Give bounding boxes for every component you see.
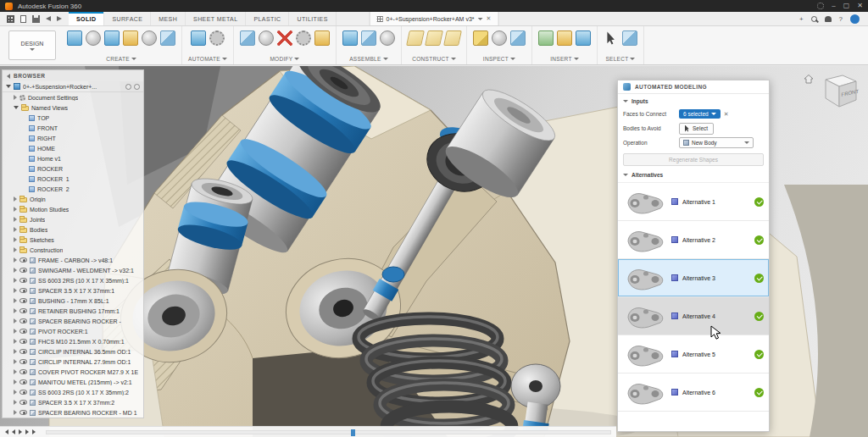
alternative-row[interactable]: Alternative 4 — [618, 297, 769, 335]
browser-tree-item[interactable]: ROCKER — [3, 163, 143, 174]
timeline-step-forward-button[interactable] — [25, 429, 29, 434]
close-document-icon[interactable]: ✕ — [487, 15, 492, 22]
browser-tree-item[interactable]: SS 6003 2RS (10 X 17 X 35mm):1 — [3, 275, 143, 285]
browser-tree-item[interactable]: Named Views — [3, 102, 143, 113]
ribbon-tab[interactable]: MESH — [151, 12, 186, 25]
browser-tree-item[interactable]: MANITOU METEL (215mm) -> v2:1 — [3, 377, 143, 387]
undo-icon[interactable] — [46, 16, 51, 21]
data-panel-icon[interactable] — [7, 15, 14, 23]
visibility-eye-icon[interactable] — [19, 268, 27, 273]
automated-modeling-icon[interactable] — [191, 30, 206, 46]
user-avatar[interactable] — [850, 14, 860, 24]
expander-icon[interactable] — [14, 237, 17, 242]
display-settings-icon[interactable] — [125, 84, 131, 90]
visibility-eye-icon[interactable] — [19, 298, 27, 303]
extrude-icon[interactable] — [86, 30, 101, 46]
browser-tree-item[interactable]: Document Settings — [3, 92, 143, 102]
help-icon[interactable]: ? — [839, 15, 843, 23]
interference-icon[interactable] — [492, 30, 507, 46]
ribbon-tab[interactable]: SURFACE — [104, 12, 151, 25]
redo-icon[interactable] — [57, 16, 62, 21]
browser-tree-item[interactable]: CIRCLIP INTERNAL 27.9mm OD:1 — [3, 357, 143, 367]
alternative-row[interactable]: Alternative 5 — [618, 335, 769, 373]
browser-tree-item[interactable]: SPACER BEARING ROCKER - — [3, 316, 143, 326]
new-component-assemble-icon[interactable] — [342, 30, 358, 46]
browser-tree-item[interactable]: Sketches — [3, 235, 143, 245]
expander-icon[interactable] — [14, 308, 17, 313]
maximize-button[interactable]: ▢ — [843, 0, 850, 12]
browser-tree-item[interactable]: SPACER BEARING ROCKER - MD 1 — [3, 407, 143, 418]
browser-tree-item[interactable]: SPACER 3.5 X 17 X 37mm:2 — [3, 397, 143, 407]
browser-tree-item[interactable]: Joints — [3, 214, 143, 224]
expander-icon[interactable] — [14, 95, 17, 100]
browser-tree-item[interactable]: Motion Studies — [3, 204, 143, 214]
extensions-plus-icon[interactable]: + — [799, 15, 804, 23]
expander-icon[interactable] — [14, 379, 17, 384]
expander-icon[interactable] — [14, 227, 17, 232]
visibility-eye-icon[interactable] — [19, 288, 27, 293]
workspace-design-dropdown[interactable]: DESIGN — [8, 30, 56, 60]
delete-icon[interactable] — [277, 30, 292, 46]
insert-mesh-icon[interactable] — [538, 30, 554, 46]
timeline-marker[interactable] — [351, 429, 355, 436]
alternative-row[interactable]: Alternative 1 — [618, 183, 769, 221]
visibility-eye-icon[interactable] — [19, 369, 27, 374]
browser-tree-item[interactable]: ROCKER_1 — [3, 174, 143, 184]
selection-filter-icon[interactable] — [622, 30, 637, 46]
home-icon[interactable] — [804, 75, 813, 84]
expander-icon[interactable] — [14, 196, 17, 202]
inputs-section-header[interactable]: Inputs — [618, 94, 769, 107]
expander-icon[interactable] — [14, 369, 17, 374]
document-gear-icon[interactable] — [134, 84, 140, 90]
visibility-eye-icon[interactable] — [19, 278, 27, 283]
hole-icon[interactable] — [142, 30, 157, 46]
group-label-select[interactable]: SELECT — [605, 56, 628, 62]
browser-tree-item[interactable]: BUSHING - 17mm X 85L:1 — [3, 296, 143, 306]
change-parameters-icon[interactable] — [296, 30, 311, 46]
expander-icon[interactable] — [14, 339, 17, 344]
expander-icon[interactable] — [14, 318, 17, 324]
select-cursor-icon[interactable] — [604, 30, 619, 46]
browser-tree-item[interactable]: RIGHT — [3, 133, 143, 143]
ribbon-tab[interactable]: PLASTIC — [246, 12, 289, 25]
browser-root-item[interactable]: 0+-+Suspension+Rocker+... — [3, 81, 143, 92]
expander-icon[interactable] — [14, 400, 17, 405]
visibility-eye-icon[interactable] — [19, 390, 27, 395]
browser-header[interactable]: BROWSER — [3, 70, 143, 81]
visibility-eye-icon[interactable] — [19, 349, 27, 354]
configure-icon[interactable] — [209, 30, 225, 46]
alternative-row[interactable]: Alternative 2 — [618, 221, 769, 259]
group-label-assemble[interactable]: ASSEMBLE — [349, 56, 381, 62]
faces-selected-button[interactable]: 6 selected — [679, 109, 721, 119]
expander-icon[interactable] — [14, 278, 17, 283]
sketch-icon[interactable] — [123, 30, 138, 46]
insert-svg-icon[interactable] — [557, 30, 572, 46]
visibility-eye-icon[interactable] — [19, 359, 27, 364]
expander-icon[interactable] — [14, 298, 17, 303]
pattern-icon[interactable] — [160, 30, 175, 46]
ribbon-tab[interactable]: SOLID — [69, 12, 104, 25]
browser-tree-item[interactable]: TOP — [3, 113, 143, 123]
timeline-track[interactable] — [46, 430, 611, 434]
save-icon[interactable] — [32, 15, 40, 23]
visibility-eye-icon[interactable] — [19, 308, 27, 313]
group-label-insert[interactable]: INSERT — [550, 56, 572, 62]
visibility-eye-icon[interactable] — [19, 329, 27, 334]
visibility-eye-icon[interactable] — [19, 410, 27, 415]
expander-icon[interactable] — [14, 359, 17, 364]
collapse-browser-icon[interactable] — [7, 74, 10, 79]
clear-selection-icon[interactable]: ✕ — [724, 111, 729, 118]
expander-icon[interactable] — [14, 288, 17, 293]
view-cube[interactable]: FRONT — [800, 71, 860, 120]
browser-tree-item[interactable]: FRAME - CARBON -> v48:1 — [3, 255, 143, 265]
browser-tree-item[interactable]: CIRCLIP INTERNAL 36.5mm OD:1 — [3, 346, 143, 357]
browser-tree-item[interactable]: Construction — [3, 245, 143, 255]
group-label-modify[interactable]: MODIFY — [270, 56, 292, 62]
expander-icon[interactable] — [14, 410, 17, 415]
visibility-eye-icon[interactable] — [19, 379, 27, 384]
bodies-select-button[interactable]: Select — [679, 123, 714, 135]
browser-tree-item[interactable]: SPACER 3.5 X 17 X 37mm:1 — [3, 285, 143, 296]
browser-tree-item[interactable]: PIVOT ROCKER:1 — [3, 326, 143, 336]
section-analysis-icon[interactable] — [510, 30, 526, 46]
browser-tree-item[interactable]: ROCKER_2 — [3, 184, 143, 194]
